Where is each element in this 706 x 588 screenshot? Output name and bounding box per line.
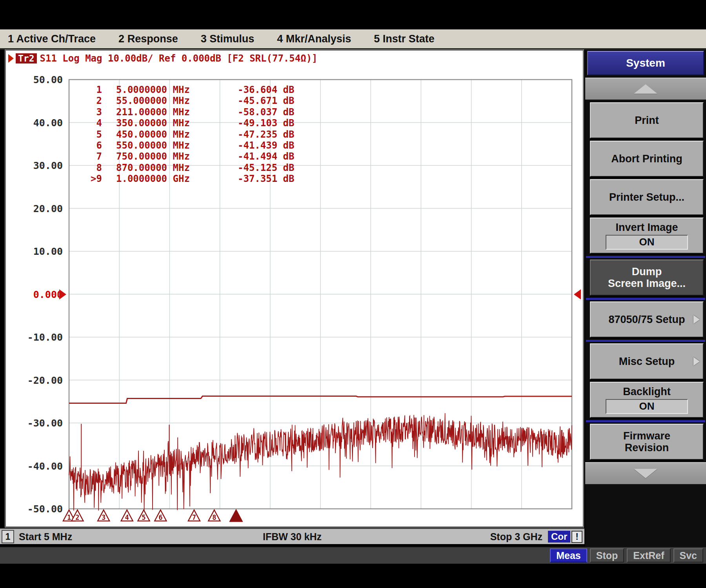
status-bar: 1 Start 5 MHz IFBW 30 kHz Stop 3 GHz Cor… — [0, 528, 584, 544]
status-badge-meas: Meas — [550, 548, 587, 563]
y-axis-label-50-00: 50.00 — [8, 74, 63, 85]
status-badge-extref: ExtRef — [627, 548, 670, 563]
svg-text:6: 6 — [158, 514, 162, 521]
active-trace-arrow-icon — [8, 54, 14, 63]
marker-value: -58.037 dB — [238, 107, 295, 118]
trace-badge[interactable]: Tr2 — [16, 53, 37, 64]
svg-text:3: 3 — [102, 514, 106, 521]
submenu-arrow-icon — [693, 315, 700, 324]
correction-status-badge: Cor — [548, 531, 570, 543]
y-axis-label-40-00: -40.00 — [8, 461, 63, 472]
ref-level-arrow-right-icon — [574, 289, 581, 299]
softkey-state-backlight: ON — [606, 399, 688, 414]
marker-row: 5450.00000 MHz-47.235 dB — [78, 129, 295, 140]
submenu-arrow-icon — [693, 357, 700, 366]
svg-text:7: 7 — [192, 514, 196, 521]
softkey-label: Firmware — [623, 430, 670, 442]
marker-value: -45.671 dB — [238, 95, 295, 106]
marker-value: -41.439 dB — [238, 140, 295, 151]
svg-text:8: 8 — [212, 514, 216, 521]
arrow-up-icon — [634, 84, 657, 94]
y-axis-label-10-00: 10.00 — [8, 246, 63, 257]
scroll-up-button[interactable] — [585, 78, 706, 101]
blue-separator — [586, 298, 705, 300]
marker-row: >91.0000000 GHz-37.351 dB — [78, 173, 295, 184]
softkey-backlight[interactable]: BacklightON — [590, 382, 704, 418]
softkey-print[interactable]: Print — [590, 102, 704, 138]
blue-separator — [586, 420, 705, 422]
marker-frequency: 750.00000 MHz — [116, 151, 238, 162]
softkey-label: Dump — [632, 266, 662, 278]
softkey-abort-printing[interactable]: Abort Printing — [590, 141, 704, 177]
warning-badge: ! — [571, 531, 582, 543]
stop-frequency-label: Stop 3 GHz — [490, 531, 542, 543]
marker-row: 15.0000000 MHz-36.604 dB — [78, 84, 295, 95]
softkey-label-line2: Revision — [625, 442, 669, 454]
menubar-item-5-instr-state[interactable]: 5 Instr State — [374, 33, 435, 45]
top-menubar: 1 Active Ch/Trace2 Response3 Stimulus4 M… — [0, 29, 706, 50]
softkey-panel: System PrintAbort PrintingPrinter Setup.… — [585, 50, 706, 546]
softkey-firmware-revision[interactable]: FirmwareRevision — [590, 424, 704, 460]
svg-text:5: 5 — [142, 514, 146, 521]
marker-value: -49.103 dB — [238, 118, 295, 129]
menubar-item-4-mkr-analysis[interactable]: 4 Mkr/Analysis — [277, 33, 351, 45]
marker-frequency: 211.00000 MHz — [116, 107, 238, 118]
menubar-item-2-response[interactable]: 2 Response — [118, 33, 178, 45]
softkey-label: Printer Setup... — [609, 191, 684, 203]
marker-number: 6 — [78, 140, 102, 151]
measurement-window: Tr2 S11 Log Mag 10.00dB/ Ref 0.000dB [F2… — [5, 50, 584, 527]
ref-level-arrow-left-icon — [59, 289, 66, 299]
y-axis-label-20-00: -20.00 — [8, 375, 63, 386]
softkey-label: Misc Setup — [619, 356, 675, 367]
softkey-label: Backlight — [623, 386, 671, 397]
menubar-item-3-stimulus[interactable]: 3 Stimulus — [201, 33, 255, 45]
marker-row: 6550.00000 MHz-41.439 dB — [78, 140, 295, 151]
instrument-status-strip: MeasStopExtRefSvc — [0, 546, 706, 564]
marker-value: -41.494 dB — [238, 151, 295, 162]
marker-number: 8 — [78, 162, 102, 173]
marker-value: -37.351 dB — [238, 173, 295, 184]
marker-frequency: 1.0000000 GHz — [116, 173, 238, 184]
marker-number: 4 — [78, 118, 102, 129]
menubar-item-1-active-ch-trace[interactable]: 1 Active Ch/Trace — [8, 33, 96, 45]
blue-separator — [586, 256, 705, 258]
marker-value: -45.125 dB — [238, 162, 295, 173]
softkey-label: Abort Printing — [611, 153, 682, 165]
softkey-printer-setup[interactable]: Printer Setup... — [590, 179, 704, 215]
marker-frequency: 55.000000 MHz — [116, 95, 238, 106]
marker-number: 1 — [78, 84, 102, 95]
marker-number: 3 — [78, 107, 102, 118]
y-axis-label-30-00: -30.00 — [8, 417, 63, 429]
marker-row: 4350.00000 MHz-49.103 dB — [78, 118, 295, 129]
softkey-87050-75-setup[interactable]: 87050/75 Setup — [590, 301, 704, 338]
marker-number: 5 — [78, 129, 102, 140]
instrument-screen: 1 Active Ch/Trace2 Response3 Stimulus4 M… — [0, 0, 706, 588]
marker-frequency: 450.00000 MHz — [116, 129, 238, 140]
marker-row: 7750.00000 MHz-41.494 dB — [78, 151, 295, 162]
marker-row: 3211.00000 MHz-58.037 dB — [78, 107, 295, 118]
marker-number: 2 — [78, 95, 102, 106]
marker-table: 15.0000000 MHz-36.604 dB255.000000 MHz-4… — [78, 84, 295, 185]
trace-header: Tr2 S11 Log Mag 10.00dB/ Ref 0.000dB [F2… — [8, 53, 318, 64]
softkey-dump-screen-image[interactable]: DumpScreen Image... — [590, 260, 704, 296]
trace-header-text: S11 Log Mag 10.00dB/ Ref 0.000dB [F2 SRL… — [40, 53, 318, 64]
marker-frequency: 350.00000 MHz — [116, 118, 238, 129]
blue-separator — [586, 340, 705, 342]
y-axis-label-30-00: 30.00 — [8, 160, 63, 171]
arrow-down-icon — [634, 469, 657, 478]
status-badge-svc: Svc — [673, 548, 703, 563]
softkey-invert-image[interactable]: Invert ImageON — [590, 218, 704, 254]
marker-value: -36.604 dB — [238, 84, 295, 95]
y-axis-label-50-00: -50.00 — [8, 503, 63, 515]
svg-text:1: 1 — [67, 514, 71, 521]
softkey-misc-setup[interactable]: Misc Setup — [590, 343, 704, 379]
scroll-down-button[interactable] — [585, 462, 706, 485]
marker-row: 255.000000 MHz-45.671 dB — [78, 95, 295, 106]
y-axis-label-0-000: 0.000 — [8, 289, 63, 300]
svg-text:4: 4 — [125, 514, 129, 521]
y-axis-label-40-00: 40.00 — [8, 117, 63, 129]
marker-row: 8870.00000 MHz-45.125 dB — [78, 162, 295, 173]
y-axis-label-10-00: -10.00 — [8, 332, 63, 343]
marker-frequency: 870.00000 MHz — [116, 162, 238, 173]
softkey-label: Invert Image — [615, 221, 678, 233]
